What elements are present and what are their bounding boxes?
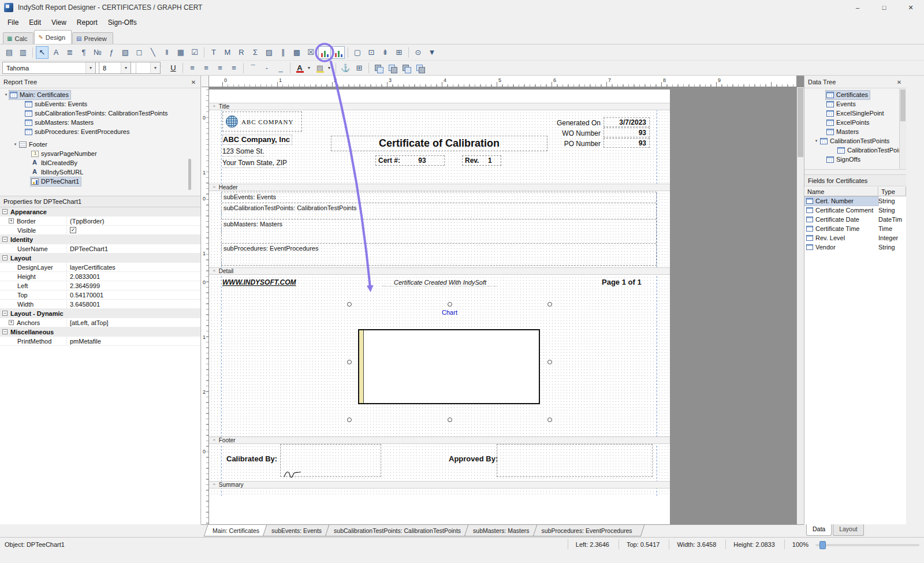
subreport-events[interactable]: subEvents: Events [222,192,656,203]
props-row-border[interactable]: +Border (TppBorder) [0,217,200,226]
props-group-layout[interactable]: − Layout [0,253,200,263]
field-row-cert-number[interactable]: Cert. Number String [804,196,906,206]
data-item-events[interactable]: Events [804,99,906,109]
props-group-appearance[interactable]: − Appearance [0,207,200,217]
wo-number-value[interactable]: 93 [603,128,650,137]
tree-item-dpteechart1[interactable]: DPTeeChart1 [0,177,200,186]
band-collapse-icon[interactable]: ^ [213,269,215,274]
props-row-top[interactable]: Top 0.54170001 [0,290,200,300]
dropdown-arrow-icon[interactable]: ▾ [121,62,131,73]
maximize-button[interactable]: □ [871,0,897,15]
tab-data[interactable]: Data [806,524,832,536]
doc-tab-subprocedures[interactable]: subProcedures: EventProcedures [535,525,643,536]
po-number-value[interactable]: 93 [603,138,650,148]
design-outline-icon[interactable]: ▤ [3,46,16,59]
props-group-layout-dynamic[interactable]: − Layout - Dynamic [0,309,200,318]
dropdown-arrow-icon[interactable]: ▾ [150,62,160,73]
subreport-container[interactable]: subEvents: Events subCalibrationTestPoin… [221,192,657,266]
line-tool-icon[interactable]: ╲ [147,46,159,59]
memo-tool-icon[interactable]: ≣ [64,46,76,59]
bring-forward-button[interactable] [400,62,412,74]
props-row-designlayer[interactable]: DesignLayer layerCertificates [0,263,200,272]
indysoft-url-label[interactable]: WWW.INDYSOFT.COM [222,278,296,287]
cert-number-value[interactable]: 93 [400,156,444,165]
tree-item-subprocedures[interactable]: subProcedures: EventProcedures [0,127,200,136]
resize-handle[interactable] [448,302,452,307]
doc-tab-subevents[interactable]: subEvents: Events [264,525,332,536]
company-name-label[interactable]: ABC Company, Inc [222,135,292,145]
subreport-calibrationtestpoints[interactable]: subCalibrationTestPoints: CalibrationTes… [222,203,656,219]
anchor-button[interactable]: ⚓ [339,62,352,74]
collapse-arrow-icon[interactable]: ▾ [3,92,9,97]
dbcheckbox-tool-icon[interactable]: ☒ [304,46,317,59]
zoom-tool-icon[interactable]: ⊙ [412,46,424,59]
summary-band-header[interactable]: ^ Summary [209,481,670,489]
dbcalc-tool-icon[interactable]: Σ [249,46,262,59]
data-item-excelpoints[interactable]: ExcelPoints [804,118,906,127]
menu-signoffs[interactable]: Sign-Offs [103,16,142,29]
barcode-2d-tool-icon[interactable]: ▦ [174,46,187,59]
doc-tab-submasters[interactable]: subMasters: Masters [466,525,539,536]
fill-color-button[interactable]: ▨ [314,62,326,74]
visible-checkbox[interactable]: ✓ [70,227,76,233]
dbbarcode-tool-icon[interactable]: ∥ [277,46,289,59]
summary-band-area[interactable] [209,489,670,495]
title-band-area[interactable]: ABC COMPANY ABC Company, Inc 123 Some St… [209,110,670,184]
created-with-label[interactable]: Certificate Created With IndySoft [382,279,498,286]
tree-item-lblindysofturl[interactable]: lblIndySoftURL [0,167,200,177]
zoom-slider-thumb[interactable] [819,541,826,549]
align-center-button[interactable]: ≡ [200,62,213,74]
crosstab-tool-icon[interactable]: ⊞ [393,46,405,59]
subreport-procedures[interactable]: subProcedures: EventProcedures [222,244,656,265]
address-line1-label[interactable]: 123 Some St. [222,147,264,156]
props-row-left[interactable]: Left 2.3645999 [0,281,200,290]
collapse-arrow-icon[interactable]: ▾ [813,139,819,143]
resize-handle[interactable] [547,417,552,422]
menu-view[interactable]: View [46,16,72,29]
align-bottom-button[interactable]: _ [274,62,287,74]
close-panel-icon[interactable]: ✕ [189,78,198,86]
region-tool-icon[interactable]: ▢ [351,46,364,59]
props-row-printmethod[interactable]: PrintMethod pmMetafile [0,337,200,346]
field-row-certificate-date[interactable]: Certificate Date DateTim [804,215,906,224]
resize-handle[interactable] [347,417,352,422]
pagebreak-tool-icon[interactable]: ⇟ [379,46,392,59]
field-row-rev-level[interactable]: Rev. Level Integer [804,233,906,243]
tree-item-sysvarpagenumber[interactable]: sysvarPageNumber [0,149,200,158]
tree-item-subevents[interactable]: subEvents: Events [0,99,200,109]
align-left-button[interactable]: ≡ [186,62,199,74]
barcode-tool-icon[interactable]: ‖ [161,46,173,59]
band-collapse-icon[interactable]: ^ [213,185,215,190]
expand-icon[interactable]: + [9,218,14,223]
certificate-title-label[interactable]: Certificate of Calibration [331,136,547,151]
title-bar[interactable]: IndySoft Report Designer - CERTIFICATES … [0,0,924,15]
header-band-header[interactable]: ^ Header [209,184,670,191]
props-row-visible[interactable]: Visible ✓ [0,226,200,235]
collapse-icon[interactable]: − [2,209,8,214]
cert-number-box[interactable]: Cert #: 93 [375,155,445,166]
data-item-excelsinglepoint[interactable]: ExcelSinglePoint [804,109,906,118]
canvas-vertical-scrollbar[interactable] [796,87,804,524]
rev-value[interactable]: 1 [479,156,501,165]
report-tree-scrollbar[interactable] [188,159,191,190]
richtext-tool-icon[interactable]: ¶ [77,46,90,59]
field-row-vendor[interactable]: Vendor String [804,243,906,252]
generated-on-label[interactable]: Generated On [532,119,601,127]
data-tree-scrollbar[interactable] [899,88,906,169]
grid-snap-button[interactable]: ⊞ [353,62,366,74]
field-row-certificate-comment[interactable]: Certificate Comment String [804,206,906,215]
data-item-calibrationtestpoint[interactable]: CalibrationTestPoint [804,146,906,155]
detail-band-header[interactable]: ^ Detail [209,267,670,275]
align-right-button[interactable]: ≡ [214,62,226,74]
select-tool-icon[interactable]: ↖ [36,46,49,59]
align-justify-button[interactable]: ≡ [228,62,240,74]
tab-design[interactable]: ✎ Design [34,30,72,44]
db2dbarcode-tool-icon[interactable]: ▩ [290,46,303,59]
rev-box[interactable]: Rev. 1 [462,155,501,166]
detail-band-area[interactable]: WWW.INDYSOFT.COM Certificate Created Wit… [209,275,670,437]
resize-handle[interactable] [347,360,352,364]
props-row-height[interactable]: Height 2.0833001 [0,272,200,281]
system-variable-tool-icon[interactable]: № [91,46,104,59]
header-band-area[interactable]: subEvents: Events subCalibrationTestPoin… [209,191,670,267]
address-line2-label[interactable]: Your Town State, ZIP [222,159,287,168]
